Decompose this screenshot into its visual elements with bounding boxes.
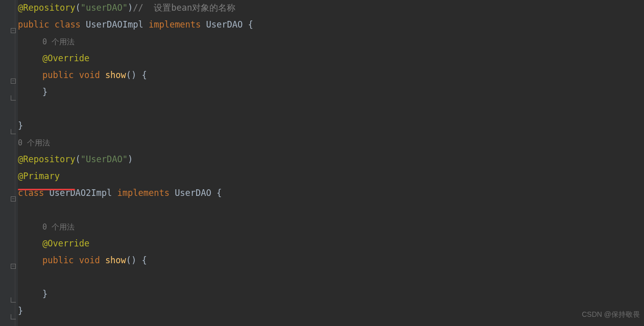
code-line[interactable]: @Repository("UserDAO") bbox=[18, 151, 644, 168]
keyword: public bbox=[42, 70, 74, 80]
code-line[interactable]: class UserDAO2Impl implements UserDAO { bbox=[18, 185, 644, 202]
annotation: @Override bbox=[42, 238, 89, 248]
string-literal: "userDAO" bbox=[81, 3, 128, 13]
hint-text: 0 个用法 bbox=[42, 222, 75, 232]
paren: ) bbox=[128, 154, 133, 164]
fold-icon[interactable]: − bbox=[11, 28, 16, 33]
brace: { bbox=[211, 188, 222, 198]
class-name: UserDAOImpl bbox=[86, 19, 144, 30]
paren: ( bbox=[76, 154, 81, 164]
comment-text: 设置bean对象的名称 bbox=[154, 3, 235, 13]
fold-icon[interactable]: − bbox=[11, 264, 16, 269]
fold-icon[interactable]: − bbox=[11, 79, 16, 84]
keyword: public bbox=[42, 255, 74, 265]
code-line[interactable]: public void show() { bbox=[18, 67, 644, 84]
brace: } bbox=[18, 120, 23, 131]
code-line[interactable] bbox=[18, 202, 644, 218]
code-line[interactable]: } bbox=[18, 303, 644, 319]
interface-name: UserDAO bbox=[175, 188, 211, 198]
usage-hint: 0 个用法 bbox=[18, 33, 644, 50]
paren: ) bbox=[128, 3, 133, 13]
code-line[interactable]: @Override bbox=[18, 235, 644, 252]
code-editor[interactable]: 0 个用法 @Repository("userDAO")// 设置bean对象的… bbox=[18, 0, 644, 319]
code-line[interactable] bbox=[18, 269, 644, 286]
brace: { bbox=[243, 19, 253, 30]
keyword: void bbox=[79, 70, 100, 80]
method-name: show bbox=[105, 70, 126, 80]
keyword: implements bbox=[117, 188, 170, 198]
brace: } bbox=[42, 289, 47, 299]
highlight-underline bbox=[18, 189, 75, 190]
keyword: public bbox=[18, 19, 49, 30]
fold-end-icon[interactable] bbox=[11, 314, 16, 319]
fold-end-icon[interactable] bbox=[11, 95, 16, 101]
gutter-separator bbox=[15, 0, 15, 326]
code-line[interactable]: @Repository("userDAO")// 设置bean对象的名称 bbox=[18, 0, 644, 16]
annotation: @Repository bbox=[18, 154, 76, 164]
brace: } bbox=[42, 87, 47, 97]
keyword: void bbox=[79, 255, 100, 265]
keyword: implements bbox=[149, 19, 201, 30]
code-line[interactable]: } bbox=[18, 84, 644, 101]
comment: // bbox=[133, 3, 154, 13]
brace: } bbox=[18, 306, 23, 316]
editor-gutter: − − − − bbox=[0, 0, 18, 326]
usage-hint: 0 个用法 bbox=[18, 218, 644, 235]
fold-end-icon[interactable] bbox=[11, 129, 16, 134]
fold-end-icon[interactable] bbox=[11, 297, 16, 303]
hint-text: 0 个用法 bbox=[18, 138, 50, 147]
annotation: @Repository bbox=[18, 3, 76, 13]
paren: ( bbox=[76, 3, 81, 13]
code-line[interactable]: @Primary bbox=[18, 168, 644, 185]
watermark: CSDN @保持敬畏 bbox=[582, 306, 640, 323]
interface-name: UserDAO bbox=[206, 19, 243, 30]
code-line[interactable]: public void show() { bbox=[18, 252, 644, 269]
annotation-primary: @Primary bbox=[18, 171, 60, 181]
code-line[interactable]: } bbox=[18, 286, 644, 303]
paren-brace: () { bbox=[126, 255, 147, 265]
keyword: class bbox=[55, 19, 81, 30]
code-line[interactable]: public class UserDAOImpl implements User… bbox=[18, 16, 644, 33]
paren-brace: () { bbox=[126, 70, 147, 80]
string-literal: "UserDAO" bbox=[81, 154, 128, 164]
fold-icon[interactable]: − bbox=[11, 196, 16, 202]
method-name: show bbox=[105, 255, 126, 265]
code-line[interactable]: } bbox=[18, 117, 644, 134]
code-line[interactable] bbox=[18, 101, 644, 117]
annotation: @Override bbox=[42, 53, 89, 63]
usage-hint: 0 个用法 bbox=[18, 134, 644, 151]
code-line[interactable]: @Override bbox=[18, 50, 644, 67]
hint-text: 0 个用法 bbox=[42, 37, 75, 46]
